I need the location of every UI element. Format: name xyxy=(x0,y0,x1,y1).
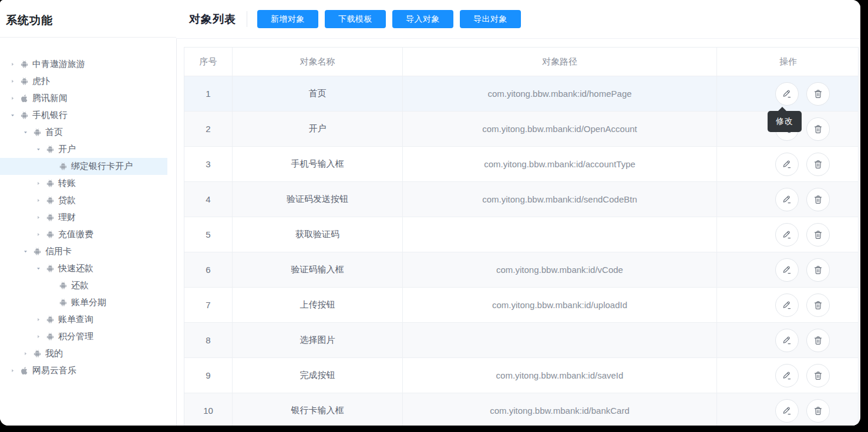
tree-item[interactable]: 转账 xyxy=(0,175,167,192)
add-object-button[interactable]: 新增对象 xyxy=(257,10,318,28)
edit-button[interactable] xyxy=(775,153,799,176)
caret-down-icon[interactable] xyxy=(33,264,43,274)
export-object-button[interactable]: 导出对象 xyxy=(460,10,521,28)
delete-button[interactable] xyxy=(806,117,830,141)
caret-right-icon[interactable] xyxy=(8,366,18,376)
row-index-cell: 8 xyxy=(184,323,233,357)
android-icon xyxy=(19,111,29,120)
tree-item-label: 转账 xyxy=(58,178,76,189)
table-row: 5获取验证码 xyxy=(184,217,858,252)
object-path-cell: com.yitong.bbw.mbank:id/sendCodeBtn xyxy=(403,182,717,217)
edit-button[interactable] xyxy=(775,82,799,106)
tree-item[interactable]: 理财 xyxy=(0,209,167,226)
caret-right-icon[interactable] xyxy=(8,77,18,86)
tree-item-label: 虎扑 xyxy=(32,76,50,87)
object-path-cell: com.yitong.bbw.mbank:id/saveId xyxy=(403,358,717,393)
sidebar-header: 系统功能 xyxy=(0,0,176,38)
trash-icon xyxy=(813,300,823,310)
tree-item[interactable]: 充值缴费 xyxy=(0,226,167,243)
table-header-row: 序号 对象名称 对象路径 操作 xyxy=(184,48,858,76)
android-icon xyxy=(19,77,29,86)
caret-right-icon[interactable] xyxy=(33,332,43,342)
delete-button[interactable] xyxy=(806,399,830,423)
object-name-cell: 选择图片 xyxy=(233,323,403,357)
edit-button[interactable] xyxy=(775,258,799,282)
object-name-cell: 完成按钮 xyxy=(233,358,403,393)
caret-down-icon[interactable] xyxy=(21,128,31,137)
delete-button[interactable] xyxy=(806,364,830,387)
object-name-cell: 开户 xyxy=(233,112,403,146)
caret-right-icon[interactable] xyxy=(33,230,43,239)
tree-item-label: 账单分期 xyxy=(71,297,106,308)
caret-right-icon[interactable] xyxy=(33,213,43,222)
delete-button[interactable] xyxy=(806,223,830,247)
tree-item-label: 网易云音乐 xyxy=(32,365,76,376)
tree-item[interactable]: 腾讯新闻 xyxy=(0,90,167,107)
sidebar-title: 系统功能 xyxy=(6,13,176,28)
edit-button[interactable] xyxy=(775,223,799,247)
tree-item[interactable]: 网易云音乐 xyxy=(0,362,167,379)
caret-right-icon[interactable] xyxy=(8,60,18,69)
table-row: 1首页com.yitong.bbw.mbank:id/homePage xyxy=(184,76,858,111)
row-actions-cell xyxy=(717,147,859,181)
download-template-button[interactable]: 下载模板 xyxy=(325,10,386,28)
tree-item-label: 账单查询 xyxy=(58,314,93,325)
tree-item[interactable]: 首页 xyxy=(0,124,167,141)
edit-button[interactable] xyxy=(775,399,799,423)
tree-item[interactable]: 绑定银行卡开户 xyxy=(0,158,167,175)
tooltip-arrow-icon xyxy=(778,107,787,112)
tree-item[interactable]: 积分管理 xyxy=(0,328,167,345)
tree-item[interactable]: 还款 xyxy=(0,277,167,294)
tree-item-label: 绑定银行卡开户 xyxy=(71,161,133,172)
table-row: 7上传按钮com.yitong.bbw.mbank:id/uploadId xyxy=(184,287,858,322)
delete-button[interactable] xyxy=(806,82,830,106)
tree-item[interactable]: 虎扑 xyxy=(0,73,167,90)
table-body: 1首页com.yitong.bbw.mbank:id/homePage2开户co… xyxy=(184,76,858,426)
object-path-cell xyxy=(403,323,717,357)
caret-down-icon[interactable] xyxy=(8,111,18,120)
tree-item[interactable]: 账单分期 xyxy=(0,294,167,311)
tree-item-label: 中青遨游旅游 xyxy=(32,59,85,70)
edit-icon xyxy=(782,370,792,381)
row-index-cell: 2 xyxy=(184,112,233,146)
edit-button[interactable] xyxy=(775,329,799,352)
delete-button[interactable] xyxy=(806,258,830,282)
tree-item[interactable]: 信用卡 xyxy=(0,243,167,260)
delete-button[interactable] xyxy=(806,153,830,176)
edit-button[interactable] xyxy=(775,293,799,317)
tree-item-label: 还款 xyxy=(71,280,89,291)
tree-item[interactable]: 中青遨游旅游 xyxy=(0,56,167,73)
caret-right-icon[interactable] xyxy=(33,196,43,205)
caret-right-icon[interactable] xyxy=(8,94,18,103)
row-actions-cell xyxy=(717,252,859,287)
delete-button[interactable] xyxy=(806,329,830,352)
edit-icon xyxy=(782,89,792,99)
object-path-cell: com.yitong.bbw.mbank:id/uploadId xyxy=(403,288,717,322)
tree-item[interactable]: 我的 xyxy=(0,345,167,362)
caret-right-icon[interactable] xyxy=(21,349,31,359)
delete-button[interactable] xyxy=(806,188,830,211)
caret-right-icon[interactable] xyxy=(33,179,43,188)
caret-right-icon[interactable] xyxy=(33,315,43,325)
edit-tooltip: 修改 xyxy=(768,111,802,132)
edit-button[interactable] xyxy=(775,188,799,211)
title-divider xyxy=(247,11,247,27)
tree-item[interactable]: 账单查询 xyxy=(0,311,167,328)
tree-item[interactable]: 贷款 xyxy=(0,192,167,209)
delete-button[interactable] xyxy=(806,293,830,317)
tree-item-label: 理财 xyxy=(58,212,76,223)
tree-item[interactable]: 开户 xyxy=(0,141,167,158)
edit-icon xyxy=(782,230,792,240)
row-index-cell: 5 xyxy=(184,217,233,252)
caret-down-icon[interactable] xyxy=(33,145,43,154)
tree-item[interactable]: 快速还款 xyxy=(0,260,167,277)
sidebar: 系统功能 中青遨游旅游虎扑腾讯新闻手机银行首页开户绑定银行卡开户转账贷款理财充值… xyxy=(0,0,177,426)
row-actions-cell xyxy=(717,358,859,393)
tree-item[interactable]: 手机银行 xyxy=(0,107,167,124)
column-header-actions: 操作 xyxy=(717,48,859,76)
import-object-button[interactable]: 导入对象 xyxy=(392,10,453,28)
edit-button[interactable] xyxy=(775,364,799,387)
android-icon xyxy=(58,281,68,291)
caret-down-icon[interactable] xyxy=(21,247,31,256)
column-header-object-path: 对象路径 xyxy=(403,48,717,76)
